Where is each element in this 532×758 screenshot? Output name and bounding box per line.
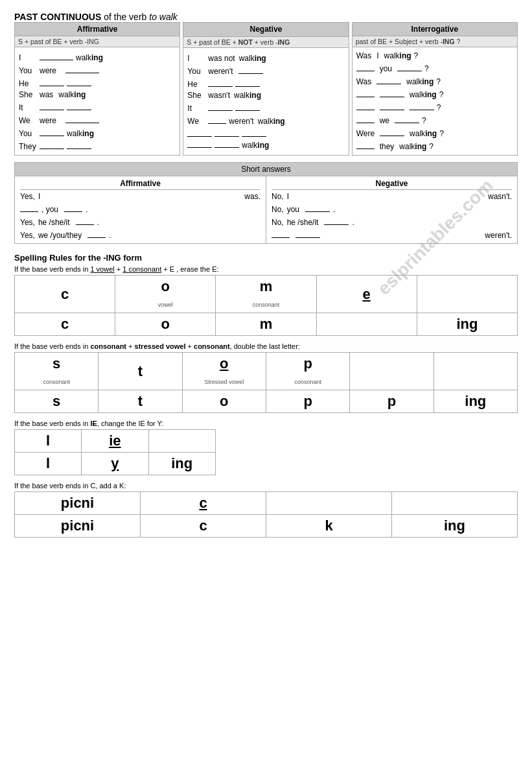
int-row-they: they walking ? [356,140,513,151]
affirmative-rows: I walking You were He She [15,47,179,155]
spelling-rule-2: If the base verb ends in consonant + str… [14,342,518,350]
sa-aff-row-you: , you . [20,203,260,214]
spelling-rule-1: If the base verb ends in 1 vowel + 1 con… [14,265,518,273]
conj-row-it-aff: It [19,101,176,112]
short-answers-body: Affirmative Yes, I was. , you . Yes, he … [15,176,517,243]
page-title: PAST CONTINUOUS of the verb to walk [14,12,518,22]
spelling-title: Spelling Rules for the -ING form [14,253,518,263]
spelling-rule-4: If the base verb ends in C, add a K: [14,482,518,490]
sa-neg-row-he: No, he /she/it . [272,216,512,227]
short-answers-negative: Negative No, I wasn't. No, you . No, he … [266,176,517,243]
spelling-rule-3: If the base verb ends in IE, change the … [14,420,518,427]
sa-neg-row-you: No, you . [272,203,512,214]
int-row-you: you ? [356,62,513,73]
conj-row-he-aff: He [19,77,176,88]
int-row-he: Was walking ? [356,75,513,86]
sa-neg-row-we: weren't. [272,229,512,240]
int-row-i: Was I walking ? [356,51,513,60]
short-answers-section: Short answers Affirmative Yes, I was. , … [14,162,518,244]
conj-row-she-aff: She was walking [19,90,176,99]
negative-rows: I was not walking You weren't He [183,50,348,154]
spell-table-come: c o vowel m consonant e c o m ing [14,275,518,336]
interrogative-table: Interrogative past of BE + Subject + ver… [352,22,518,156]
neg-row-it: It [187,102,344,113]
neg-row-you: You weren't [187,65,344,76]
neg-row-you2 [187,128,344,137]
negative-table: Negative S + past of BE + NOT + verb -IN… [183,22,349,156]
affirmative-table: Affirmative S + past of BE + verb -ING I… [14,22,180,156]
short-answers-affirmative: Affirmative Yes, I was. , you . Yes, he … [15,176,266,243]
interrogative-rows: Was I walking ? you ? Was walking [353,47,517,155]
int-row-it: ? [356,101,513,112]
sa-aff-row-he: Yes, he /she/it . [20,216,260,227]
neg-row-we: We weren't walking [187,115,344,126]
sa-aff-row-i: Yes, I was. [20,192,260,201]
neg-row-she: She wasn't walking [187,91,344,100]
conj-row-i: I walking [19,51,176,62]
spell-table-picnic: picni c picni c k ing [14,492,518,538]
spell-table-stop: s consonant t o Stressed vowel p consona… [14,352,518,413]
conj-row-you-aff: You were [19,64,176,75]
conjugation-section: Affirmative S + past of BE + verb -ING I… [14,22,518,156]
sa-neg-row-i: No, I wasn't. [272,192,512,201]
int-row-you2: Were walking ? [356,127,513,138]
short-answers-header: Short answers [15,163,517,176]
spelling-rules-section: Spelling Rules for the -ING form If the … [14,253,518,538]
neg-row-i: I was not walking [187,54,344,63]
sa-aff-row-we: Yes, we /you/they . [20,229,260,240]
conj-row-you2-aff: You walking [19,127,176,138]
neg-row-he: He [187,78,344,89]
neg-row-they: walking [187,139,344,150]
int-row-she: walking ? [356,88,513,99]
conj-row-they-aff: They [19,140,176,151]
spell-table-lie: l ie l y ing [14,429,216,475]
conj-row-we-aff: We were [19,114,176,125]
int-row-we: we ? [356,114,513,125]
